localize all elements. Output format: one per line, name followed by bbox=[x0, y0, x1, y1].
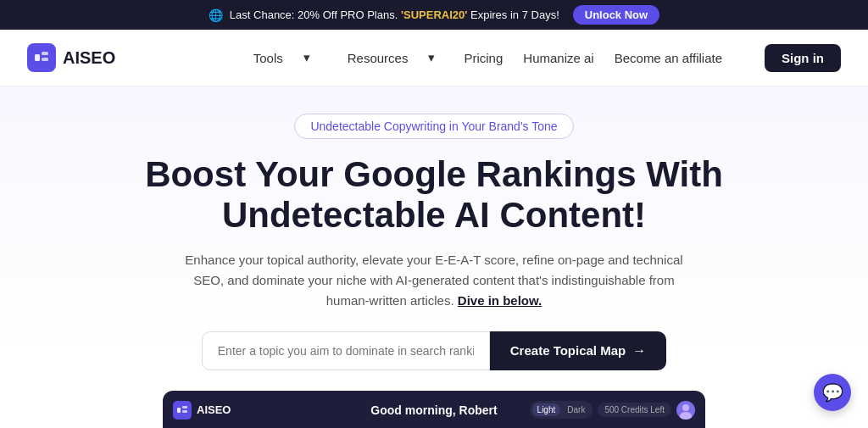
avatar bbox=[676, 401, 695, 420]
dashboard-preview: AISEO Good morning, Robert Light Dark 50… bbox=[163, 391, 705, 428]
theme-light-btn[interactable]: Light bbox=[532, 403, 561, 416]
resources-chevron: ▾ bbox=[420, 45, 443, 70]
create-topical-map-button[interactable]: Create Topical Map → bbox=[490, 331, 666, 370]
unlock-button[interactable]: Unlock Now bbox=[573, 5, 659, 25]
tools-chevron: ▾ bbox=[295, 45, 319, 70]
dash-logo: AISEO bbox=[173, 401, 231, 420]
announcement-bar: 🌐 Last Chance: 20% Off PRO Plans. 'SUPER… bbox=[0, 0, 868, 30]
svg-point-6 bbox=[682, 404, 689, 411]
theme-dark-btn[interactable]: Dark bbox=[562, 403, 590, 416]
search-row: Create Topical Map → bbox=[17, 331, 851, 370]
credits-badge: 500 Credits Left bbox=[598, 403, 671, 417]
nav-tools[interactable]: Tools ▾ bbox=[236, 40, 327, 75]
logo-text: AISEO bbox=[63, 48, 115, 68]
globe-icon: 🌐 bbox=[209, 8, 223, 22]
dash-topbar: AISEO Good morning, Robert Light Dark 50… bbox=[173, 401, 695, 420]
dash-controls: Light Dark 500 Credits Left bbox=[530, 401, 695, 420]
chat-icon: 💬 bbox=[822, 382, 843, 403]
svg-rect-0 bbox=[35, 54, 40, 61]
dash-greeting: Good morning, Robert bbox=[370, 403, 497, 417]
nav-affiliate[interactable]: Become an affiliate bbox=[606, 46, 731, 70]
nav-pricing[interactable]: Pricing bbox=[455, 46, 511, 70]
promo-code: 'SUPERAI20' bbox=[401, 8, 467, 21]
logo-icon bbox=[27, 43, 56, 72]
announcement-text: Last Chance: 20% Off PRO Plans. 'SUPERAI… bbox=[230, 8, 559, 21]
svg-rect-2 bbox=[42, 58, 48, 61]
svg-rect-4 bbox=[182, 406, 187, 409]
chat-button[interactable]: 💬 bbox=[814, 374, 851, 411]
theme-toggle[interactable]: Light Dark bbox=[530, 401, 593, 419]
svg-rect-5 bbox=[182, 410, 187, 413]
nav-links: Tools ▾ Resources ▾ Pricing Humanize ai … bbox=[236, 40, 731, 75]
hero-subtitle: Enhance your topical authority, elevate … bbox=[171, 250, 697, 311]
navbar: AISEO Tools ▾ Resources ▾ Pricing Humani… bbox=[0, 30, 868, 86]
signin-button[interactable]: Sign in bbox=[765, 44, 841, 72]
arrow-icon: → bbox=[632, 343, 646, 359]
topic-search-input[interactable] bbox=[202, 331, 490, 370]
dive-in-link[interactable]: Dive in below. bbox=[458, 293, 542, 308]
hero-badge: Undetectable Copywriting in Your Brand's… bbox=[294, 114, 573, 139]
logo[interactable]: AISEO bbox=[27, 43, 115, 72]
svg-point-7 bbox=[680, 412, 692, 420]
hero-title: Boost Your Google Rankings With Undetect… bbox=[129, 154, 739, 236]
dash-logo-icon bbox=[173, 401, 192, 420]
nav-resources[interactable]: Resources ▾ bbox=[331, 40, 453, 75]
svg-rect-3 bbox=[177, 408, 181, 413]
nav-humanize[interactable]: Humanize ai bbox=[515, 46, 602, 70]
svg-rect-1 bbox=[42, 52, 48, 55]
hero-section: Undetectable Copywriting in Your Brand's… bbox=[0, 86, 868, 428]
